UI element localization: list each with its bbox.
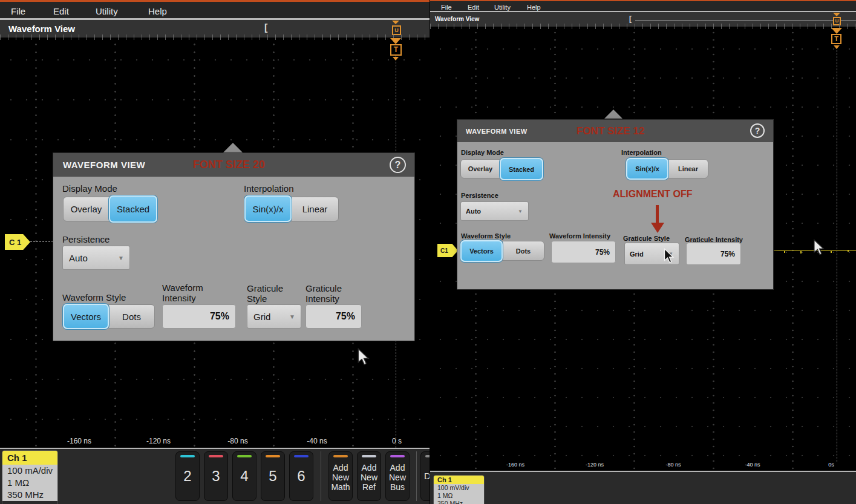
trigger-flag[interactable]: T <box>390 44 402 56</box>
menu-edit[interactable]: Edit <box>53 6 69 16</box>
trigger-flag[interactable]: T <box>831 34 841 44</box>
graticule-top-ticks <box>430 27 856 29</box>
trace-noise <box>848 250 849 252</box>
stacked-button[interactable]: Stacked <box>500 158 543 180</box>
interpolation-toggle: Sin(x)/x Linear <box>244 197 339 222</box>
dots-button[interactable]: Dots <box>108 304 155 329</box>
menu-file[interactable]: File <box>441 4 452 11</box>
ref-color-stripe <box>362 455 376 457</box>
trigger-flag-tail-icon <box>393 57 399 61</box>
channel-color-stripe <box>237 455 252 457</box>
waveform-intensity-label: Waveform Intensity <box>549 232 610 240</box>
channel-6-button[interactable]: 6 <box>289 451 313 501</box>
menu-help[interactable]: Help <box>148 6 167 16</box>
trace-noise <box>800 251 802 254</box>
zoom-scale-line <box>635 21 856 21</box>
persistence-label: Persistence <box>461 192 498 200</box>
chevron-down-icon: ▼ <box>518 209 523 214</box>
channel-5-button[interactable]: 5 <box>261 451 285 501</box>
channel-number: 2 <box>183 468 191 485</box>
linear-button[interactable]: Linear <box>291 197 339 221</box>
add-new-math-button[interactable]: Add New Math <box>328 451 353 501</box>
graticule-intensity-input[interactable]: 75% <box>686 243 741 265</box>
chevron-down-icon: ▼ <box>118 255 124 261</box>
persistence-dropdown[interactable]: Auto ▼ <box>62 246 130 270</box>
partial-button-label: D <box>424 471 430 482</box>
menu-utility[interactable]: Utility <box>494 4 511 11</box>
graticule-style-label: Graticule Style <box>247 283 295 304</box>
trace-noise <box>831 251 832 253</box>
channel-number: 4 <box>240 468 248 485</box>
graticule-style-dropdown[interactable]: Grid ▼ <box>247 304 301 329</box>
time-axis-label: -120 ns <box>146 437 171 445</box>
graticule-intensity-label: Graticule Intensity <box>305 283 354 304</box>
dialog-notch-icon <box>604 110 622 119</box>
menu-utility[interactable]: Utility <box>96 6 118 16</box>
channel-impedance: 1 MΩ <box>434 492 484 500</box>
trace-noise <box>784 251 785 253</box>
graticule-style-value: Grid <box>630 250 644 258</box>
math-color-stripe <box>333 455 348 457</box>
channel-bandwidth: 350 MHz <box>434 500 484 504</box>
add-new-ref-button[interactable]: Add New Ref <box>357 451 381 501</box>
tab-waveform-view[interactable]: Waveform View <box>8 24 75 34</box>
mouse-cursor <box>357 348 370 366</box>
menu-edit[interactable]: Edit <box>468 4 479 11</box>
display-mode-label: Display Mode <box>461 149 504 157</box>
upper-marker-flag[interactable]: U <box>392 25 401 35</box>
menu-help[interactable]: Help <box>527 4 541 11</box>
menu-bar: File Edit Utility Help <box>0 0 430 18</box>
dialog-notch-icon <box>223 143 243 153</box>
trigger-arrow-icon <box>390 38 401 44</box>
graticule-intensity-input[interactable]: 75% <box>305 304 362 329</box>
persistence-dropdown[interactable]: Auto ▼ <box>460 201 529 221</box>
sinx-button[interactable]: Sin(x)/x <box>626 158 668 180</box>
linear-button[interactable]: Linear <box>668 159 708 178</box>
dots-button[interactable]: Dots <box>502 241 544 261</box>
interpolation-label: Interpolation <box>244 183 294 194</box>
menu-file[interactable]: File <box>11 6 25 16</box>
channel-1-badge[interactable]: Ch 1 100 mA/div 1 MΩ 350 MHz <box>2 450 58 504</box>
graticule-style-value: Grid <box>253 312 270 322</box>
dialog-header[interactable]: WAVEFORM VIEW FONT SIZE 20 ? <box>53 153 414 177</box>
stacked-button[interactable]: Stacked <box>109 195 157 223</box>
vectors-button[interactable]: Vectors <box>460 240 503 262</box>
dialog-header[interactable]: WAVEFORM VIEW FONT SIZE 12 ? <box>457 120 773 142</box>
zoom-bracket: [ <box>264 22 267 33</box>
display-mode-toggle: Overlay Stacked <box>63 197 157 223</box>
trigger-flag-tail-icon <box>834 45 840 49</box>
time-axis-label: 0s <box>828 462 834 468</box>
help-button[interactable]: ? <box>390 157 406 173</box>
channel-3-button[interactable]: 3 <box>204 451 228 501</box>
sinx-button[interactable]: Sin(x)/x <box>244 195 292 222</box>
add-button-label: Add New Ref <box>358 463 381 492</box>
overlay-button[interactable]: Overlay <box>460 159 500 178</box>
add-button-label: Add New Math <box>329 463 352 492</box>
vectors-button[interactable]: Vectors <box>63 304 109 329</box>
add-new-bus-button[interactable]: Add New Bus <box>385 451 410 501</box>
divider <box>321 451 321 501</box>
waveform-intensity-input[interactable]: 75% <box>551 241 616 263</box>
annotation-arrow-shaft <box>656 205 659 223</box>
divider <box>416 451 417 501</box>
font-size-annotation: FONT SIZE 12 <box>577 125 644 137</box>
help-button[interactable]: ? <box>750 123 765 138</box>
channel-4-button[interactable]: 4 <box>232 451 256 501</box>
overlay-button[interactable]: Overlay <box>63 197 109 221</box>
results-bar: Ch 1 100 mA/div 1 MΩ 350 MHz 2 3 4 <box>0 449 430 504</box>
channel-color-stripe <box>294 455 309 457</box>
partial-color-stripe <box>425 455 430 457</box>
partial-button[interactable]: D <box>420 451 430 501</box>
tab-waveform-view[interactable]: Waveform View <box>435 16 479 22</box>
waveform-style-toggle: Vectors Dots <box>460 241 544 262</box>
persistence-value: Auto <box>466 208 481 215</box>
menu-bar: File Edit Utility Help <box>430 0 856 11</box>
trigger-arrow-icon <box>831 28 842 34</box>
channel-2-button[interactable]: 2 <box>175 451 200 501</box>
scope-screenshot-right: File Edit Utility Help Waveform View [ U… <box>430 0 856 504</box>
channel-number: 3 <box>212 468 220 485</box>
waveform-style-label: Waveform Style <box>62 292 126 303</box>
dialog-title: WAVEFORM VIEW <box>466 128 528 135</box>
channel-1-badge[interactable]: Ch 1 100 mV/div 1 MΩ 350 MHz <box>433 475 485 504</box>
waveform-intensity-input[interactable]: 75% <box>162 304 236 329</box>
